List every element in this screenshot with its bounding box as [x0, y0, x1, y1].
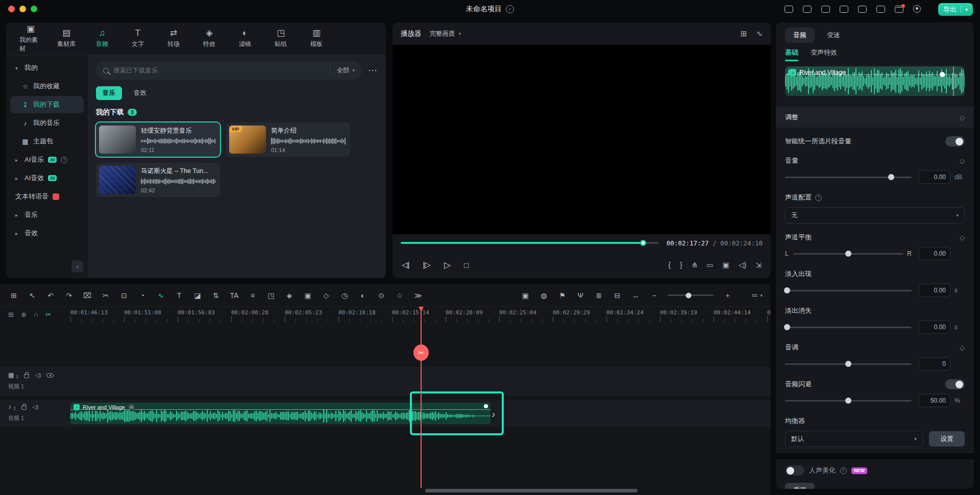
ducking-toggle[interactable] — [945, 379, 965, 389]
sidebar-item-favorites[interactable]: ☆ 我的收藏 — [10, 78, 84, 95]
nav-audio[interactable]: ♫ 音频 — [91, 29, 113, 48]
cart-icon[interactable] — [895, 6, 903, 13]
speed-icon[interactable]: ◔ — [135, 288, 150, 303]
step-forward-button[interactable]: |▷ — [423, 260, 430, 269]
workspace-layout-icon[interactable] — [840, 6, 848, 13]
voiceover-icon[interactable]: Ψ — [573, 288, 588, 303]
sidebar-item-my-music[interactable]: ♪ 我的音乐 — [10, 114, 84, 132]
ai-audio-icon[interactable]: ⊙ — [374, 288, 389, 303]
nav-stock-media[interactable]: ▤ 素材库 — [55, 29, 78, 48]
reset-button[interactable]: 重置 — [785, 483, 815, 489]
video-preview[interactable] — [393, 45, 771, 234]
pitch-value[interactable]: 0 — [919, 357, 950, 370]
track-manager-icon[interactable]: ≔ ▾ — [751, 291, 763, 299]
color-icon[interactable]: ◐ — [355, 288, 371, 303]
close-button[interactable] — [8, 6, 15, 12]
visibility-icon[interactable] — [46, 373, 54, 378]
add-marker-icon[interactable]: ⊕ — [21, 311, 27, 318]
playhead[interactable] — [421, 307, 422, 488]
envelope-handle[interactable] — [940, 72, 945, 77]
clip-selection-box[interactable] — [410, 391, 504, 435]
more-tools-icon[interactable]: ≫ — [410, 288, 426, 303]
multiview-icon[interactable]: ⊞ — [741, 29, 747, 38]
mark-out-icon[interactable]: } — [680, 261, 682, 269]
text-tool-icon[interactable]: T — [172, 288, 187, 303]
plugins-icon[interactable] — [876, 6, 885, 13]
progress-handle[interactable] — [640, 240, 646, 246]
subtab-voice-effects[interactable]: 变声特效 — [811, 48, 837, 61]
sidebar-collapse-button[interactable]: ‹ — [71, 260, 84, 273]
tab-sound-effects[interactable]: 音效 — [127, 86, 153, 100]
voice-beautify-toggle[interactable] — [785, 465, 804, 476]
balance-slider[interactable] — [793, 253, 903, 255]
quick-split-icon[interactable]: ✂ — [45, 311, 51, 318]
sidebar-item-ai-sfx[interactable]: ▸ AI音效 AI — [10, 169, 84, 187]
fullscreen-icon[interactable]: ⇲ — [755, 261, 762, 269]
enhance-icon[interactable]: ☆ — [392, 288, 407, 303]
preview-render-icon[interactable]: ◍ — [536, 288, 551, 303]
scopes-icon[interactable]: ∿ — [756, 29, 763, 38]
adjust-section-header[interactable]: 调整 ◇ — [776, 107, 974, 128]
audio-mixer-icon[interactable]: ≣ — [591, 288, 606, 303]
expand-caret-icon[interactable]: ▸ — [15, 212, 20, 218]
quick-export-icon[interactable] — [821, 6, 830, 13]
notifications-icon[interactable] — [858, 6, 867, 13]
copy-attributes-icon[interactable]: ▣ — [300, 288, 315, 303]
audio-card[interactable]: 马诺斯火星 – The Tun... 02:42 — [96, 163, 220, 197]
nav-transitions[interactable]: ⇄ 转场 — [162, 29, 185, 48]
effects-tool-icon[interactable]: ◈ — [282, 288, 297, 303]
timeline-zoom-slider[interactable] — [668, 294, 714, 296]
search-box[interactable]: 全部 ▾ — [96, 61, 362, 80]
lock-icon[interactable] — [21, 406, 27, 410]
video-track-lane[interactable] — [0, 367, 771, 397]
snapshot-icon[interactable]: ▣ — [723, 261, 729, 269]
keyframe-icon[interactable]: ◇ — [960, 114, 965, 121]
sidebar-item-theme-packs[interactable]: ▦ 主题包 — [10, 133, 84, 150]
keyframe-icon[interactable]: ◇ — [318, 288, 334, 303]
search-input[interactable] — [113, 67, 325, 74]
expand-caret-icon[interactable]: ▸ — [15, 157, 20, 163]
expand-caret-icon[interactable]: ▾ — [15, 65, 20, 71]
quality-dropdown[interactable]: 完整画质 ▾ — [430, 30, 461, 38]
playback-progress-bar[interactable] — [401, 242, 658, 244]
screen-record-icon[interactable]: ⊟ — [609, 288, 625, 303]
duration-icon[interactable]: ◷ — [337, 288, 352, 303]
nav-stickers[interactable]: ◳ 贴纸 — [270, 29, 292, 48]
nav-filters[interactable]: ◐ 滤镜 — [234, 29, 256, 48]
sidebar-group-mine[interactable]: ▾ 我的 — [10, 59, 84, 77]
channel-config-dropdown[interactable]: 无 ▾ — [785, 207, 965, 224]
stop-button[interactable]: □ — [464, 261, 469, 269]
timeline-horizontal-scrollbar[interactable] — [425, 489, 638, 492]
sidebar-item-music[interactable]: ▸ 音乐 — [10, 206, 84, 224]
render-preview-icon[interactable]: ⋔ — [692, 261, 698, 269]
keyframe-icon[interactable]: ◇ — [960, 157, 965, 165]
audio-card[interactable]: 轻缓安静背景音乐 02:11 — [96, 122, 220, 157]
audio-stretch-icon[interactable]: ∿ — [153, 288, 168, 303]
pitch-slider[interactable] — [785, 363, 912, 365]
expand-caret-icon[interactable]: ▸ — [15, 176, 20, 181]
captions-icon[interactable]: ≡ — [245, 288, 260, 303]
play-button[interactable]: ▷ — [444, 260, 451, 270]
add-media-icon[interactable]: ⊞ — [8, 311, 14, 318]
minimize-button[interactable] — [19, 6, 26, 12]
ducking-slider[interactable] — [785, 400, 912, 402]
equalizer-settings-button[interactable]: 设置 — [929, 431, 965, 447]
mute-icon[interactable]: ◁) — [35, 372, 41, 379]
snap-icon[interactable]: ∩ — [34, 311, 38, 318]
keyboard-shortcuts-icon[interactable] — [803, 6, 812, 13]
mirror-display-icon[interactable]: ▭ — [706, 261, 713, 269]
fade-in-slider[interactable] — [785, 290, 912, 291]
previous-frame-button[interactable]: ◁| — [402, 260, 409, 269]
tab-music[interactable]: 音乐 — [96, 86, 122, 100]
audio-card[interactable]: VIP 简单介绍 01:14 — [226, 122, 350, 157]
device-preview-icon[interactable] — [785, 6, 793, 13]
export-button[interactable]: 导出 ▾ — [938, 3, 973, 16]
keyframe-icon[interactable]: ◇ — [960, 234, 965, 241]
export-caret-icon[interactable]: ▾ — [965, 7, 968, 12]
more-options-button[interactable]: ⋯ — [368, 65, 378, 76]
lock-icon[interactable] — [24, 374, 29, 378]
keyframe-icon[interactable]: ◇ — [960, 344, 965, 352]
account-icon[interactable] — [913, 5, 921, 13]
balance-value[interactable]: 0.00 — [919, 247, 950, 260]
equalizer-dropdown[interactable]: 默认 ▾ — [785, 431, 923, 447]
